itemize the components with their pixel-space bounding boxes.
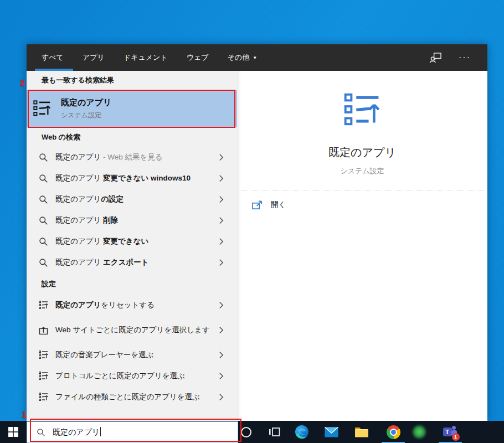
- search-tabs: すべて アプリ ドキュメント ウェブ その他▼: [42, 53, 257, 63]
- taskbar: 既定のアプリ: [0, 421, 504, 443]
- taskbar-item-teams[interactable]: T 1: [437, 421, 464, 443]
- taskbar-item-file-explorer[interactable]: [348, 421, 375, 443]
- taskbar-item-edge[interactable]: [289, 421, 315, 443]
- chevron-right-icon: [219, 217, 224, 225]
- cortana-icon: [241, 427, 251, 437]
- preview-title: 既定のアプリ: [237, 145, 487, 160]
- search-icon: [39, 153, 48, 162]
- web-suggestion-row[interactable]: 既定のアプリの設定: [27, 189, 237, 210]
- more-options-icon[interactable]: ···: [459, 55, 471, 60]
- settings-row[interactable]: ファイルの種類ごとに既定のアプリを選ぶ: [27, 387, 237, 408]
- search-icon: [39, 258, 48, 267]
- tab-all[interactable]: すべて: [42, 53, 64, 63]
- tab-more[interactable]: その他▼: [228, 53, 258, 63]
- edge-icon: [295, 425, 309, 439]
- preview-pane: 既定のアプリ システム設定 開く: [237, 71, 487, 421]
- results-list: 最も一致する検索結果 既定のアプリ システム設定 Web の検索: [27, 71, 237, 421]
- taskbar-search-input[interactable]: 既定のアプリ: [27, 421, 238, 443]
- chevron-right-icon: [219, 351, 224, 359]
- best-match-subtitle: システム設定: [61, 111, 111, 120]
- open-icon: [252, 200, 263, 210]
- default-apps-icon: [39, 393, 48, 402]
- web-suggestion-row[interactable]: 既定のアプリ エクスポート: [27, 252, 237, 273]
- web-suggestion-row[interactable]: 既定のアプリ 変更できない windows10: [27, 168, 237, 189]
- chevron-right-icon: [219, 326, 224, 334]
- chevron-right-icon: [219, 301, 224, 310]
- tab-documents[interactable]: ドキュメント: [124, 53, 168, 63]
- default-apps-icon: [39, 301, 48, 310]
- web-suggestion-row[interactable]: 既定のアプリ 変更できない: [27, 231, 237, 252]
- start-button[interactable]: [0, 421, 27, 443]
- web-suggestion-row[interactable]: 既定のアプリ 削除: [27, 210, 237, 231]
- chevron-right-icon: [219, 259, 224, 267]
- chevron-right-icon: [219, 153, 224, 162]
- chevron-right-icon: [219, 238, 224, 246]
- open-label: 開く: [271, 200, 286, 210]
- settings-row[interactable]: Web サイトごとに既定のアプリを選択します: [27, 316, 237, 344]
- windows-logo-icon: [8, 427, 18, 437]
- search-header: すべて アプリ ドキュメント ウェブ その他▼ ···: [27, 44, 487, 71]
- feedback-icon[interactable]: [429, 52, 442, 64]
- green-app-icon: [412, 424, 427, 440]
- settings-header: 設定: [27, 273, 237, 295]
- settings-row[interactable]: プロトコルごとに既定のアプリを選ぶ: [27, 365, 237, 387]
- search-icon: [37, 428, 45, 437]
- search-icon: [39, 237, 48, 246]
- web-search-header: Web の検索: [27, 127, 237, 147]
- tab-web[interactable]: ウェブ: [187, 53, 209, 63]
- search-input-value: 既定のアプリ: [53, 427, 101, 437]
- tab-apps[interactable]: アプリ: [83, 53, 105, 63]
- search-flyout-panel: すべて アプリ ドキュメント ウェブ その他▼ ··· 最も一致する検索結果: [27, 44, 487, 421]
- chevron-right-icon: [219, 393, 224, 401]
- preview-subtitle: システム設定: [237, 166, 487, 176]
- teams-icon: T 1: [443, 425, 458, 439]
- default-apps-icon-large: [344, 93, 380, 125]
- best-match-item[interactable]: 既定のアプリ システム設定: [27, 90, 237, 127]
- task-view-icon: [269, 426, 280, 437]
- settings-row[interactable]: 既定の音楽プレーヤーを選ぶ: [27, 344, 237, 365]
- open-website-icon: [39, 326, 48, 335]
- chrome-icon: [387, 425, 400, 439]
- mail-icon: [325, 427, 338, 437]
- web-suggestion-row[interactable]: 既定のアプリ - Web 結果を見る: [27, 147, 237, 168]
- best-match-header: 最も一致する検索結果: [27, 71, 237, 90]
- annotation-label-1: 1: [22, 410, 27, 420]
- search-icon: [39, 216, 48, 225]
- file-explorer-icon: [354, 426, 369, 438]
- settings-row[interactable]: 既定のアプリをリセットする: [27, 295, 237, 316]
- taskbar-item-cortana[interactable]: [233, 421, 259, 443]
- text-caret: [100, 427, 101, 436]
- taskbar-item-mail[interactable]: [318, 421, 344, 443]
- chevron-right-icon: [219, 195, 224, 204]
- default-apps-icon: [39, 372, 48, 381]
- best-match-title: 既定のアプリ: [61, 97, 111, 108]
- default-apps-icon: [39, 351, 48, 360]
- open-action[interactable]: 開く: [237, 191, 487, 210]
- chevron-right-icon: [219, 372, 224, 380]
- taskbar-item-task-view[interactable]: [261, 421, 287, 443]
- default-apps-icon: [33, 100, 51, 117]
- annotation-label-2: 2: [20, 79, 25, 89]
- notification-badge: 1: [452, 433, 460, 441]
- search-icon: [39, 195, 48, 204]
- search-icon: [39, 174, 48, 183]
- taskbar-item-chrome[interactable]: [380, 421, 407, 443]
- chevron-right-icon: [219, 174, 224, 183]
- chevron-down-icon: ▼: [253, 55, 257, 60]
- taskbar-item-green-app[interactable]: [406, 421, 433, 443]
